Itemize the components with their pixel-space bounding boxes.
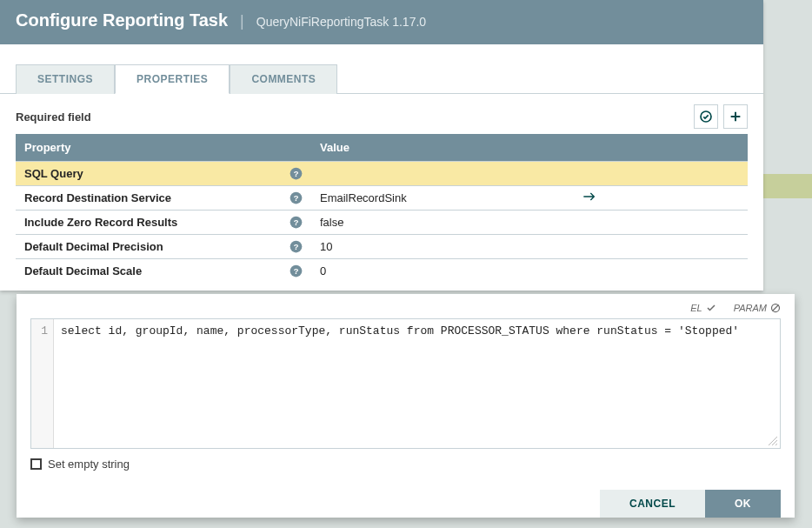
help-icon[interactable]: ? bbox=[290, 264, 303, 277]
property-value[interactable]: 10 bbox=[311, 235, 574, 259]
table-row[interactable]: Default Decimal Precision ? 10 bbox=[16, 235, 748, 259]
check-circle-icon bbox=[699, 110, 713, 124]
tab-properties[interactable]: PROPERTIES bbox=[115, 64, 230, 94]
value-editor-popup: EL PARAM 1 select id, groupId, name, pro… bbox=[17, 294, 795, 518]
el-label: EL bbox=[690, 303, 702, 313]
table-header-row: Property Value bbox=[16, 134, 748, 162]
property-actions bbox=[574, 211, 748, 235]
plus-icon bbox=[729, 110, 742, 124]
property-name-cell: SQL Query ? bbox=[24, 167, 303, 180]
property-actions bbox=[574, 235, 748, 259]
property-name: Default Decimal Scale bbox=[24, 264, 142, 277]
set-empty-label: Set empty string bbox=[48, 458, 130, 471]
param-supported-flag: PARAM bbox=[734, 303, 781, 313]
table-row[interactable]: Include Zero Record Results ? false bbox=[16, 211, 748, 235]
editor-flags: EL PARAM bbox=[30, 303, 781, 313]
tab-bar: SETTINGS PROPERTIES COMMENTS bbox=[0, 63, 763, 94]
property-value[interactable] bbox=[311, 162, 574, 186]
checkbox-icon bbox=[30, 458, 42, 470]
svg-text:?: ? bbox=[294, 194, 299, 203]
panel-actions bbox=[694, 104, 748, 129]
property-name: Record Destination Service bbox=[24, 191, 171, 204]
properties-panel: Required field Property Value bbox=[0, 94, 763, 283]
ok-button[interactable]: OK bbox=[705, 490, 781, 518]
svg-text:?: ? bbox=[294, 243, 299, 251]
table-row[interactable]: Default Decimal Scale ? 0 bbox=[16, 259, 748, 284]
help-icon[interactable]: ? bbox=[290, 167, 303, 180]
table-row[interactable]: SQL Query ? bbox=[16, 162, 748, 186]
goto-icon[interactable] bbox=[582, 191, 596, 202]
property-actions bbox=[574, 162, 748, 186]
disallowed-icon bbox=[770, 303, 781, 313]
add-property-button[interactable] bbox=[723, 104, 748, 129]
dialog-subtitle: QueryNiFiReportingTask 1.17.0 bbox=[256, 15, 426, 29]
property-actions bbox=[574, 186, 748, 211]
resize-handle-icon[interactable] bbox=[768, 436, 778, 446]
required-field-label: Required field bbox=[16, 110, 91, 124]
verify-button[interactable] bbox=[694, 104, 718, 129]
tab-settings[interactable]: SETTINGS bbox=[16, 64, 115, 94]
property-value[interactable]: 0 bbox=[311, 259, 574, 284]
configure-dialog: Configure Reporting Task | QueryNiFiRepo… bbox=[0, 0, 763, 291]
help-icon[interactable]: ? bbox=[290, 240, 303, 253]
property-name-cell: Include Zero Record Results ? bbox=[24, 216, 303, 229]
line-gutter: 1 bbox=[31, 319, 54, 448]
tab-comments[interactable]: COMMENTS bbox=[230, 64, 337, 94]
col-actions bbox=[574, 134, 748, 162]
background-decoration bbox=[763, 174, 812, 198]
title-separator: | bbox=[240, 12, 244, 30]
param-label: PARAM bbox=[734, 303, 767, 313]
property-actions bbox=[574, 259, 748, 284]
property-name-cell: Default Decimal Precision ? bbox=[24, 240, 303, 253]
property-value[interactable]: EmailRecordSink bbox=[311, 186, 574, 211]
property-name-cell: Record Destination Service ? bbox=[24, 191, 303, 204]
svg-text:?: ? bbox=[294, 218, 299, 227]
property-name: SQL Query bbox=[24, 167, 83, 180]
line-number: 1 bbox=[31, 324, 48, 338]
property-name: Default Decimal Precision bbox=[24, 240, 163, 253]
table-row[interactable]: Record Destination Service ? EmailRecord… bbox=[16, 186, 748, 211]
editor-footer: CANCEL OK bbox=[30, 490, 781, 518]
panel-subheader: Required field bbox=[16, 104, 748, 129]
check-icon bbox=[706, 303, 716, 313]
dialog-header: Configure Reporting Task | QueryNiFiRepo… bbox=[0, 0, 763, 44]
help-icon[interactable]: ? bbox=[290, 216, 303, 229]
svg-text:?: ? bbox=[294, 267, 299, 276]
properties-table: Property Value SQL Query ? bbox=[16, 134, 748, 283]
help-icon[interactable]: ? bbox=[290, 191, 303, 204]
el-supported-flag: EL bbox=[690, 303, 715, 313]
col-property: Property bbox=[16, 134, 311, 162]
col-value: Value bbox=[311, 134, 574, 162]
property-name: Include Zero Record Results bbox=[24, 216, 177, 229]
set-empty-string-checkbox[interactable]: Set empty string bbox=[30, 458, 781, 471]
dialog-title: Configure Reporting Task bbox=[16, 10, 228, 30]
cancel-button[interactable]: CANCEL bbox=[600, 490, 705, 518]
code-editor[interactable]: 1 select id, groupId, name, processorTyp… bbox=[30, 318, 781, 449]
svg-text:?: ? bbox=[294, 170, 299, 178]
property-name-cell: Default Decimal Scale ? bbox=[24, 264, 303, 277]
code-content[interactable]: select id, groupId, name, processorType,… bbox=[54, 319, 780, 448]
property-value[interactable]: false bbox=[311, 211, 574, 235]
